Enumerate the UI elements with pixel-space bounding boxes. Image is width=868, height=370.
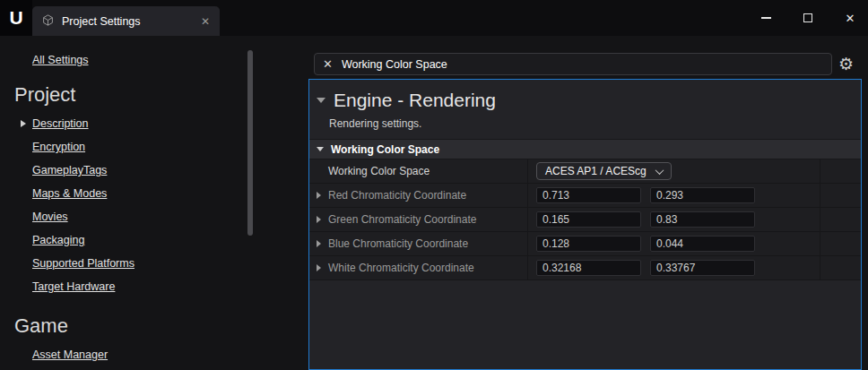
window-controls: ✕ [759,0,857,36]
section-title: Engine - Rendering [334,90,496,111]
close-icon: ✕ [846,12,855,25]
settings-gear-icon[interactable]: ⚙ [838,54,854,74]
red-y-input[interactable] [650,187,755,203]
close-button[interactable]: ✕ [843,11,857,25]
row-value-cell [528,184,820,207]
sidebar-item-gameplaytags[interactable]: GameplayTags [0,159,269,182]
blue-y-input[interactable] [650,236,755,252]
logo-glyph: U [9,7,22,29]
row-value-cell [528,256,820,280]
sidebar-section-project: Project [14,83,269,107]
green-y-input[interactable] [650,211,755,228]
titlebar: U Project Settings ✕ ✕ [0,0,868,36]
engine-rendering-panel: Engine - Rendering Rendering settings. W… [308,79,862,370]
white-y-input[interactable] [650,260,755,276]
blue-x-input[interactable] [536,236,641,252]
category-label: Working Color Space [331,143,439,156]
settings-search-bar[interactable]: ✕ [314,53,832,75]
row-label-cell: Green Chromaticity Coordinate [309,208,528,231]
row-value-cell [528,232,820,255]
minimize-icon [761,17,771,19]
row-label-cell: Red Chromaticity Coordinate [309,184,528,207]
row-working-color-space: Working Color Space ACES AP1 / ACEScg [309,159,861,184]
reset-cell [820,256,861,280]
row-white-chromaticity: White Chromaticity Coordinate [309,256,861,280]
green-x-input[interactable] [536,211,641,228]
row-label-cell: Working Color Space [309,159,528,183]
sidebar-item-packaging[interactable]: Packaging [0,228,269,252]
tab-title: Project Settings [62,15,141,28]
maximize-icon [803,13,812,22]
dropdown-selected-value: ACES AP1 / ACEScg [545,165,647,177]
row-label-cell: Blue Chromaticity Coordinate [309,232,528,255]
sidebar-section-game: Game [14,314,269,338]
sidebar-scrollbar[interactable] [247,50,253,236]
reset-cell [820,159,861,183]
clear-search-icon[interactable]: ✕ [323,58,333,70]
expand-arrow-icon[interactable] [317,264,321,271]
sidebar-item-encryption[interactable]: Encryption [0,135,269,159]
row-label-cell: White Chromaticity Coordinate [309,256,528,280]
white-x-input[interactable] [536,260,641,276]
unreal-engine-logo-icon[interactable]: U [0,0,32,36]
sidebar-item-target-hardware[interactable]: Target Hardware [0,275,269,298]
sidebar-item-all-settings[interactable]: All Settings [32,54,89,66]
setting-label: Red Chromaticity Coordinate [328,189,466,202]
row-green-chromaticity: Green Chromaticity Coordinate [309,208,861,232]
row-blue-chromaticity: Blue Chromaticity Coordinate [309,232,861,256]
minimize-button[interactable] [759,11,773,25]
sidebar-item-maps-modes[interactable]: Maps & Modes [0,182,269,205]
red-x-input[interactable] [536,187,641,203]
expand-arrow-icon[interactable] [317,192,321,199]
section-subtitle: Rendering settings. [329,117,861,130]
category-working-color-space[interactable]: Working Color Space [309,139,861,159]
collapse-category-icon[interactable] [317,147,324,151]
color-space-dropdown[interactable]: ACES AP1 / ACEScg [536,162,672,180]
sidebar-item-description[interactable]: Description [0,112,269,135]
expand-arrow-icon[interactable] [317,240,321,247]
settings-sidebar: All Settings Project Description Encrypt… [0,36,269,370]
setting-label: Working Color Space [328,165,430,177]
reset-cell [820,232,861,255]
sidebar-item-asset-tools[interactable]: Asset Tools [0,366,269,370]
setting-label: Blue Chromaticity Coordinate [328,237,468,250]
maximize-button[interactable] [801,11,815,25]
row-value-cell [528,208,820,231]
sidebar-item-asset-manager[interactable]: Asset Manager [0,343,269,366]
expand-arrow-icon[interactable] [317,216,321,223]
tab-project-settings[interactable]: Project Settings ✕ [32,6,220,36]
chevron-down-icon [655,166,664,175]
tab-close-icon[interactable]: ✕ [201,15,210,28]
collapse-section-icon[interactable] [317,98,326,103]
row-value-cell: ACES AP1 / ACEScg [528,159,820,183]
setting-label: White Chromaticity Coordinate [328,262,474,274]
project-settings-window: U Project Settings ✕ ✕ All Settings Proj… [0,0,868,370]
search-input[interactable] [342,58,823,71]
row-red-chromaticity: Red Chromaticity Coordinate [309,184,861,208]
setting-label: Green Chromaticity Coordinate [328,213,476,226]
cube-icon [42,13,54,30]
reset-cell [820,208,861,231]
expand-arrow-icon[interactable] [21,120,26,127]
sidebar-item-supported-platforms[interactable]: Supported Platforms [0,252,269,275]
sidebar-item-movies[interactable]: Movies [0,205,269,228]
reset-cell [820,184,861,207]
